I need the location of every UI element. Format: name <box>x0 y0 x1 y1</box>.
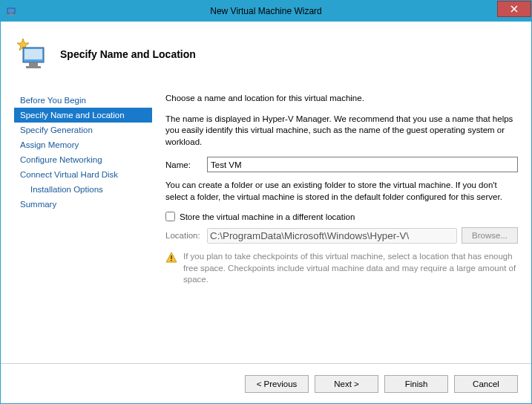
info-row: If you plan to take checkpoints of this … <box>165 251 518 286</box>
wizard-content: Choose a name and location for this virt… <box>152 87 518 363</box>
svg-rect-12 <box>171 260 172 261</box>
step-installation-options[interactable]: Installation Options <box>14 182 152 197</box>
step-specify-generation[interactable]: Specify Generation <box>14 123 152 137</box>
svg-rect-11 <box>171 255 172 259</box>
location-label: Location: <box>165 231 207 240</box>
store-location-row: Store the virtual machine in a different… <box>165 212 518 221</box>
name-label: Name: <box>165 160 207 169</box>
svg-rect-8 <box>29 62 38 66</box>
step-specify-name-location[interactable]: Specify Name and Location <box>14 108 152 123</box>
window-title: New Virtual Machine Wizard <box>1 6 531 16</box>
location-input <box>207 228 457 244</box>
name-row: Name: <box>165 157 518 172</box>
store-different-location-label: Store the virtual machine in a different… <box>180 212 355 221</box>
next-button[interactable]: Next > <box>315 375 378 393</box>
finish-button[interactable]: Finish <box>384 375 448 393</box>
wizard-page-title: Specify Name and Location <box>60 48 196 60</box>
step-summary[interactable]: Summary <box>14 197 152 212</box>
store-different-location-checkbox[interactable] <box>165 212 175 221</box>
cancel-button[interactable]: Cancel <box>454 375 518 393</box>
wizard-header-icon <box>13 36 50 73</box>
wizard-body: Before You Begin Specify Name and Locati… <box>1 87 531 363</box>
step-configure-networking[interactable]: Configure Networking <box>14 152 152 167</box>
browse-button: Browse... <box>462 227 518 244</box>
wizard-steps-sidebar: Before You Begin Specify Name and Locati… <box>14 87 152 363</box>
step-assign-memory[interactable]: Assign Memory <box>14 137 152 152</box>
name-help-text: The name is displayed in Hyper-V Manager… <box>165 114 518 149</box>
info-text: If you plan to take checkpoints of this … <box>183 251 518 286</box>
intro-text: Choose a name and location for this virt… <box>165 93 518 105</box>
titlebar: New Virtual Machine Wizard <box>1 1 531 22</box>
vm-name-input[interactable] <box>207 157 518 172</box>
wizard-header: Specify Name and Location <box>1 22 531 87</box>
wizard-footer: < Previous Next > Finish Cancel <box>1 363 531 403</box>
svg-rect-9 <box>26 66 41 68</box>
wizard-window: New Virtual Machine Wizard Specify Name … <box>0 0 532 404</box>
previous-button[interactable]: < Previous <box>245 375 309 393</box>
svg-rect-7 <box>24 49 42 59</box>
step-connect-vhd[interactable]: Connect Virtual Hard Disk <box>14 167 152 182</box>
folder-help-text: You can create a folder or use an existi… <box>165 180 518 203</box>
location-row: Location: Browse... <box>165 227 518 244</box>
warning-icon <box>165 252 177 264</box>
step-before-you-begin[interactable]: Before You Begin <box>14 93 152 108</box>
